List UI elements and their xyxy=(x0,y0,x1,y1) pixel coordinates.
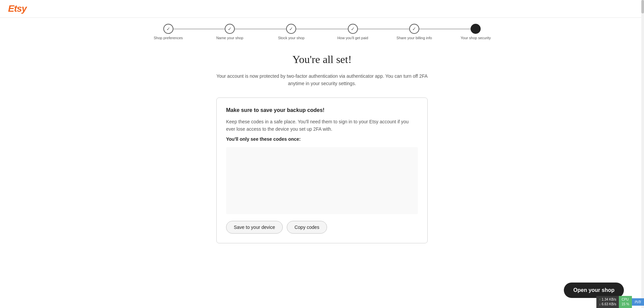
save-to-device-button[interactable]: Save to your device xyxy=(226,221,283,234)
tray-mem: 内存 xyxy=(632,298,644,306)
backup-codes-area xyxy=(226,147,418,214)
step-share-billing-info: Share your billing info xyxy=(383,24,445,40)
step-circle-how-youll-get-paid xyxy=(348,24,358,34)
step-circle-shop-security xyxy=(471,24,481,34)
step-how-youll-get-paid: How you'll get paid xyxy=(322,24,383,40)
backup-codes-card: Make sure to save your backup codes! Kee… xyxy=(216,98,428,243)
copy-codes-button[interactable]: Copy codes xyxy=(287,221,327,234)
step-label-shop-security: Your shop security xyxy=(461,36,491,40)
step-shop-preferences: Shop preferences xyxy=(138,24,199,40)
scrollbar-thumb[interactable] xyxy=(641,0,644,13)
step-circle-stock-your-shop xyxy=(286,24,296,34)
header: Etsy xyxy=(0,0,644,18)
step-label-shop-preferences: Shop preferences xyxy=(154,36,183,40)
step-label-share-billing-info: Share your billing info xyxy=(396,36,432,40)
backup-card-text: Keep these codes in a safe place. You'll… xyxy=(226,118,418,133)
main-content: You're all set! Your account is now prot… xyxy=(0,40,644,277)
step-label-name-your-shop: Name your shop xyxy=(216,36,244,40)
step-circle-name-your-shop xyxy=(225,24,235,34)
system-tray: ↑ 1.34 KB/s ↓ 6.63 KB/s CPU 15 % 内存 xyxy=(596,296,644,308)
step-stock-your-shop: Stock your shop xyxy=(261,24,322,40)
step-shop-security: Your shop security xyxy=(445,24,506,40)
step-name-your-shop: Name your shop xyxy=(199,24,260,40)
progress-steps: Shop preferences Name your shop Stock yo… xyxy=(138,24,506,40)
step-label-stock-your-shop: Stock your shop xyxy=(278,36,305,40)
scrollbar-track[interactable] xyxy=(641,0,644,308)
step-circle-shop-preferences xyxy=(163,24,173,34)
backup-card-warning: You'll only see these codes once: xyxy=(226,136,418,142)
step-circle-share-billing-info xyxy=(409,24,419,34)
progress-bar: Shop preferences Name your shop Stock yo… xyxy=(0,18,644,40)
page-description: Your account is now protected by two-fac… xyxy=(216,72,428,87)
step-label-how-youll-get-paid: How you'll get paid xyxy=(337,36,368,40)
page-title: You're all set! xyxy=(292,53,352,66)
card-actions: Save to your device Copy codes xyxy=(226,221,418,234)
backup-card-title: Make sure to save your backup codes! xyxy=(226,107,418,113)
etsy-logo: Etsy xyxy=(8,3,26,14)
tray-network: ↑ 1.34 KB/s ↓ 6.63 KB/s xyxy=(596,296,619,308)
tray-cpu: CPU 15 % xyxy=(619,296,632,308)
